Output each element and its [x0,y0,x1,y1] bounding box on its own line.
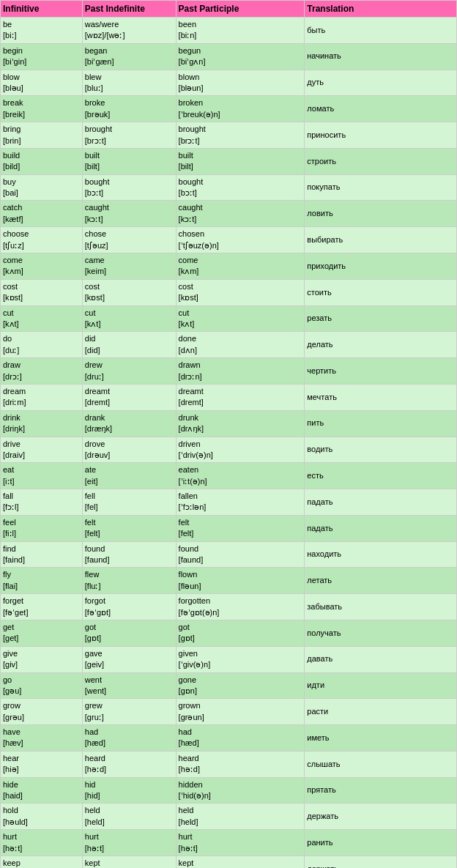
past-indef-trans: [held] [85,817,105,826]
past-indef-trans: [kɔːt] [85,215,103,223]
past-part-trans: [kʌt] [179,319,195,328]
infinitive-word: build [3,151,20,160]
cell-infinitive: hold[həuld] [1,804,83,830]
cell-past-indefinite: found[faund] [82,541,176,568]
past-indef-trans: [eit] [85,477,98,486]
infinitive-trans: [fəˈget] [3,608,28,617]
cell-translation: приносить [305,122,457,149]
cell-infinitive: catch[kætf] [1,201,83,227]
past-indef-word: was/were [85,20,119,29]
past-indef-word: built [85,151,100,160]
infinitive-word: choose [3,229,29,238]
past-indef-word: drank [85,413,105,422]
past-part-trans: [fləun] [179,582,201,590]
cell-translation: чертить [305,358,457,385]
past-indef-word: broke [85,98,105,107]
cell-past-participle: heard[həːd] [176,751,305,777]
past-part-trans: [ˈgiv(ə)n] [179,660,211,669]
cell-infinitive: eat[iːt] [1,463,83,489]
table-row: go[gəu]went[went]gone[gɒn]идти [1,672,457,699]
table-row: eat[iːt]ate[eit]eaten[ˈiːt(ə)n]есть [1,463,457,489]
infinitive-trans: [kʌt] [3,319,19,328]
past-indef-word: found [85,544,105,553]
cell-translation: получать [305,620,457,646]
cell-past-participle: forgotten[fəˈgɒt(ə)n] [176,594,305,620]
cell-past-indefinite: broke[brəuk] [82,96,176,122]
past-part-word: felt [179,518,190,527]
cell-translation: держать [305,804,457,830]
past-part-trans: [biˈgʌn] [179,57,206,66]
cell-past-indefinite: drove[drəuv] [82,437,176,463]
cell-past-participle: held[held] [176,804,305,830]
cell-past-participle: gone[gɒn] [176,672,305,699]
past-indef-word: felt [85,518,96,527]
infinitive-word: break [3,98,23,107]
cell-past-participle: eaten[ˈiːt(ə)n] [176,463,305,489]
table-row: hear[hiə]heard[həːd]heard[həːd]слышать [1,751,457,777]
cell-infinitive: buy[bai] [1,174,83,201]
past-indef-word: blew [85,73,102,81]
cell-infinitive: blow[bləu] [1,70,83,96]
cell-past-participle: found[faund] [176,541,305,568]
past-part-word: found [179,544,199,553]
cell-translation: летать [305,568,457,594]
cell-translation: покупать [305,174,457,201]
cell-past-participle: grown[grəun] [176,699,305,725]
infinitive-trans: [hiə] [3,765,19,774]
infinitive-word: fly [3,570,11,579]
infinitive-trans: [grəu] [3,713,24,722]
cell-translation: водить [305,437,457,463]
past-indef-word: chose [85,229,106,238]
infinitive-trans: [fɔːl] [3,502,19,511]
past-part-word: caught [179,203,203,212]
past-part-word: built [179,151,193,160]
cell-past-participle: hidden[ˈhid(ə)n] [176,777,305,804]
past-part-trans: [fəˈgɒt(ə)n] [179,608,220,617]
cell-past-participle: driven[ˈdriv(ə)n] [176,437,305,463]
cell-past-participle: hurt[həːt] [176,830,305,856]
infinitive-trans: [drɔː] [3,372,22,381]
past-part-trans: [biːn] [179,31,197,40]
table-row: give[giv]gave[geiv]given[ˈgiv(ə)n]давать [1,646,457,672]
table-row: come[kʌm]came[keim]come[kʌm]приходить [1,253,457,280]
cell-past-participle: drawn[drɔːn] [176,358,305,385]
cell-infinitive: break[breik] [1,96,83,122]
cell-infinitive: give[giv] [1,646,83,672]
cell-translation: стоить [305,279,457,305]
past-part-trans: [gɒn] [179,686,197,695]
cell-translation: расти [305,699,457,725]
cell-infinitive: draw[drɔː] [1,358,83,385]
header-infinitive: Infinitive [1,1,83,18]
infinitive-trans: [hæv] [3,738,23,747]
past-indef-trans: [kʌt] [85,319,101,328]
past-indef-trans: [drəuv] [85,450,111,459]
past-indef-trans: [hid] [85,791,100,800]
infinitive-word: get [3,623,14,631]
past-part-trans: [ˈdriv(ə)n] [179,450,213,459]
past-part-word: bought [179,177,204,186]
past-part-trans: [ˈiːt(ə)n] [179,477,207,486]
past-indef-trans: [wɒz]/[wəː] [85,31,125,40]
cell-translation: приходить [305,253,457,280]
past-indef-word: went [85,675,102,684]
infinitive-word: find [3,544,16,553]
cell-translation: давать [305,646,457,672]
infinitive-trans: [həːt] [3,844,22,853]
past-indef-word: held [85,806,100,815]
infinitive-word: keep [3,858,21,867]
cell-infinitive: fall[fɔːl] [1,489,83,516]
cell-past-participle: done[dʌn] [176,332,305,358]
cell-infinitive: feel[fiːl] [1,515,83,541]
past-indef-word: caught [85,203,109,212]
infinitive-trans: [breik] [3,110,25,119]
cell-translation: пить [305,410,457,437]
past-indef-word: cut [85,308,96,317]
cell-translation: прятать [305,777,457,804]
past-indef-trans: [keim] [85,267,106,275]
past-part-trans: [həːd] [179,765,200,774]
cell-past-indefinite: was/were[wɒz]/[wəː] [82,18,176,44]
past-part-word: had [179,727,192,736]
past-indef-trans: [faund] [85,555,110,564]
past-part-trans: [brɔːt] [179,136,200,145]
infinitive-trans: [driŋk] [3,424,25,433]
